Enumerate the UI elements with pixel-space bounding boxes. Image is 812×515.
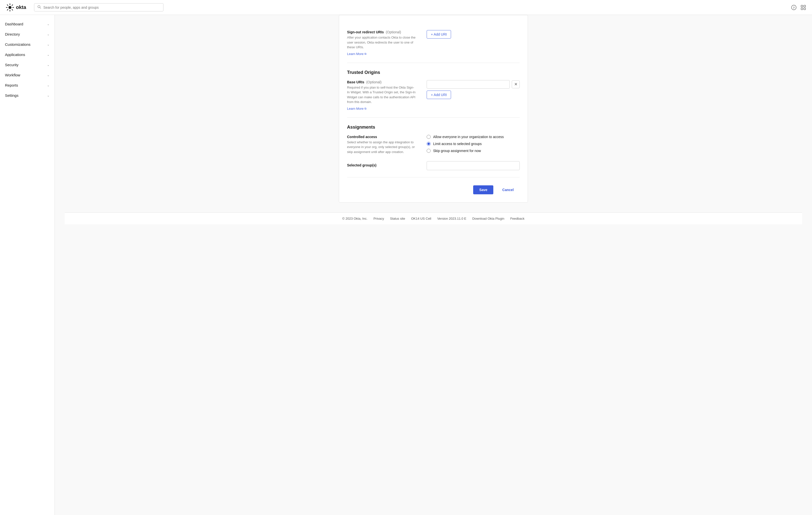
signout-add-uri-label: + Add URI <box>431 32 447 36</box>
base-uris-optional-text: (Optional) <box>366 80 381 84</box>
sidebar-label-directory: Directory <box>5 32 20 36</box>
chevron-down-icon: ⌄ <box>47 22 50 26</box>
signout-add-uri-button[interactable]: + Add URI <box>427 30 451 38</box>
footer: © 2023 Okta, Inc. Privacy Status site OK… <box>65 212 802 224</box>
signout-label-text: Sign-out redirect URIs <box>347 30 384 34</box>
footer-link-plugin[interactable]: Download Okta Plugin <box>472 217 504 221</box>
base-uris-input-col: ✕ + Add URI <box>427 80 520 99</box>
svg-line-7 <box>7 9 8 10</box>
help-icon: ? <box>791 5 796 10</box>
apps-grid-button[interactable] <box>801 5 806 10</box>
radio-limit-access-input[interactable] <box>427 142 431 146</box>
selected-groups-row: Selected group(s) <box>347 161 520 170</box>
base-uris-add-uri-button[interactable]: + Add URI <box>427 91 451 99</box>
chevron-down-icon: ⌄ <box>47 74 50 77</box>
signout-description: After your application contacts Okta to … <box>347 35 417 50</box>
svg-text:?: ? <box>793 5 795 9</box>
controlled-access-row: Controlled access Select whether to assi… <box>347 135 520 156</box>
sidebar-item-workflow[interactable]: Workflow ⌄ <box>0 70 55 80</box>
sidebar-label-reports: Reports <box>5 83 18 87</box>
base-uris-learn-more-link[interactable]: Learn More ⧉ <box>347 107 367 111</box>
cancel-button[interactable]: Cancel <box>496 185 520 194</box>
svg-rect-15 <box>801 8 803 10</box>
selected-groups-label: Selected group(s) <box>347 161 417 167</box>
chevron-down-icon: ⌄ <box>47 43 50 46</box>
controlled-access-label: Controlled access <box>347 135 417 139</box>
svg-rect-16 <box>804 8 806 10</box>
header: okta ? <box>0 0 812 15</box>
sidebar-item-settings[interactable]: Settings ⌄ <box>0 90 55 101</box>
layout: Dashboard ⌄ Directory ⌄ Customizations ⌄… <box>0 0 812 515</box>
trusted-origins-section: Trusted Origins Base URIs (Optional) Req… <box>347 63 520 118</box>
footer-link-feedback[interactable]: Feedback <box>510 217 524 221</box>
assignments-title: Assignments <box>347 125 520 130</box>
svg-line-10 <box>40 7 41 8</box>
svg-point-8 <box>8 6 11 9</box>
logo-text: okta <box>16 4 26 10</box>
help-button[interactable]: ? <box>791 5 796 10</box>
grid-icon <box>801 5 806 10</box>
footer-link-privacy[interactable]: Privacy <box>373 217 384 221</box>
base-uris-add-uri-label: + Add URI <box>431 93 447 97</box>
radio-allow-everyone-input[interactable] <box>427 135 431 139</box>
base-uris-field-label: Base URIs (Optional) <box>347 80 417 84</box>
save-button[interactable]: Save <box>473 185 493 194</box>
base-uris-label-text: Base URIs <box>347 80 364 84</box>
signout-field-label: Sign-out redirect URIs (Optional) <box>347 30 417 34</box>
chevron-down-icon: ⌄ <box>47 94 50 97</box>
external-link-icon: ⧉ <box>365 52 367 56</box>
radio-allow-everyone[interactable]: Allow everyone in your organization to a… <box>427 135 520 139</box>
selected-groups-input[interactable] <box>427 161 520 170</box>
signout-input-col: + Add URI <box>427 30 520 38</box>
sidebar-item-applications[interactable]: Applications ⌄ <box>0 50 55 60</box>
chevron-down-icon: ⌄ <box>47 63 50 67</box>
radio-skip-assignment[interactable]: Skip group assignment for now <box>427 149 520 153</box>
base-uris-field-row: Base URIs (Optional) Required if you pla… <box>347 80 520 111</box>
sidebar: Dashboard ⌄ Directory ⌄ Customizations ⌄… <box>0 15 55 515</box>
svg-rect-13 <box>801 5 803 7</box>
header-icons: ? <box>791 5 806 10</box>
footer-link-status[interactable]: Status site <box>390 217 405 221</box>
action-row: Save Cancel <box>347 185 520 194</box>
search-bar[interactable] <box>34 3 164 11</box>
footer-link-version[interactable]: Version 2023.11.0 E <box>437 217 466 221</box>
svg-line-6 <box>12 5 13 5</box>
radio-limit-access-label: Limit access to selected groups <box>433 142 482 146</box>
controlled-access-desc: Select whether to assign the app integra… <box>347 140 417 154</box>
radio-limit-access[interactable]: Limit access to selected groups <box>427 142 520 146</box>
sidebar-item-security[interactable]: Security ⌄ <box>0 60 55 70</box>
sidebar-item-customizations[interactable]: Customizations ⌄ <box>0 39 55 50</box>
base-uris-clear-button[interactable]: ✕ <box>512 80 520 88</box>
svg-line-4 <box>7 5 8 5</box>
sidebar-label-customizations: Customizations <box>5 42 31 47</box>
sidebar-item-reports[interactable]: Reports ⌄ <box>0 80 55 90</box>
svg-rect-14 <box>804 5 806 7</box>
svg-line-5 <box>12 9 13 10</box>
base-uris-learn-more-label: Learn More <box>347 107 364 111</box>
chevron-down-icon: ⌄ <box>47 84 50 87</box>
search-input[interactable] <box>43 5 160 9</box>
radio-skip-assignment-label: Skip group assignment for now <box>433 149 481 153</box>
footer-link-ok14[interactable]: OK14 US Cell <box>411 217 431 221</box>
footer-copyright: © 2023 Okta, Inc. <box>342 217 368 221</box>
signout-field-row: Sign-out redirect URIs (Optional) After … <box>347 30 520 56</box>
controlled-access-label-col: Controlled access Select whether to assi… <box>347 135 417 156</box>
signout-redirect-section: Sign-out redirect URIs (Optional) After … <box>347 23 520 63</box>
okta-logo-icon <box>6 3 14 11</box>
trusted-origins-title: Trusted Origins <box>347 70 520 75</box>
signout-learn-more-link[interactable]: Learn More ⧉ <box>347 52 367 56</box>
chevron-down-icon: ⌄ <box>47 53 50 56</box>
search-icon <box>37 5 41 10</box>
sidebar-label-security: Security <box>5 63 19 67</box>
sidebar-item-dashboard[interactable]: Dashboard ⌄ <box>0 19 55 29</box>
base-uris-input-row: ✕ <box>427 80 520 89</box>
sidebar-item-directory[interactable]: Directory ⌄ <box>0 29 55 39</box>
radio-skip-assignment-input[interactable] <box>427 149 431 153</box>
base-uris-description: Required if you plan to self-host the Ok… <box>347 85 417 105</box>
sidebar-label-dashboard: Dashboard <box>5 22 23 26</box>
sidebar-label-workflow: Workflow <box>5 73 20 77</box>
base-uris-input[interactable] <box>427 80 510 89</box>
base-uris-label-col: Base URIs (Optional) Required if you pla… <box>347 80 417 111</box>
radio-allow-everyone-label: Allow everyone in your organization to a… <box>433 135 504 139</box>
okta-logo[interactable]: okta <box>6 3 26 11</box>
